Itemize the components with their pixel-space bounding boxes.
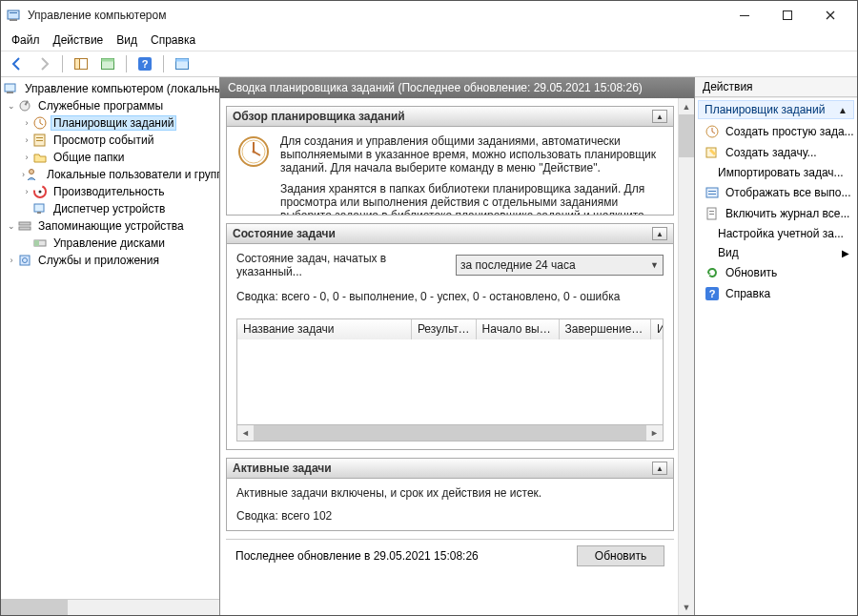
menu-file[interactable]: Файл — [6, 31, 46, 49]
tree-local-users[interactable]: ›Локальные пользователи и группы — [3, 166, 219, 183]
expand-icon[interactable]: › — [22, 170, 25, 179]
action-show-running[interactable]: Отображать все выпо... — [695, 182, 857, 203]
services-icon — [17, 253, 32, 268]
app-window: Управление компьютером Файл Действие Вид… — [0, 0, 858, 616]
action-create-task[interactable]: Создать задачу... — [695, 142, 857, 163]
col-result[interactable]: Результат... — [412, 319, 477, 339]
status-started-label: Состояние задач, начатых в указанный... — [236, 252, 446, 278]
status-table-header[interactable]: Название задачи Результат... Начало выпо… — [236, 318, 664, 339]
refresh-button[interactable]: Обновить — [577, 545, 664, 566]
overview-header[interactable]: Обзор планировщика заданий▲ — [227, 107, 673, 127]
back-button[interactable] — [7, 53, 28, 74]
tree-hscrollbar[interactable] — [1, 599, 219, 615]
footer-bar: Последнее обновление в 29.05.2021 15:08:… — [226, 539, 674, 572]
svg-rect-41 — [709, 211, 714, 212]
svg-point-21 — [30, 170, 34, 175]
expand-icon[interactable]: › — [22, 118, 31, 128]
enable-log-icon — [705, 206, 720, 221]
action-at-account[interactable]: Настройка учетной за... — [695, 224, 857, 243]
close-button[interactable] — [808, 1, 851, 30]
svg-rect-19 — [36, 137, 43, 138]
computer-mgmt-icon — [4, 81, 19, 96]
tree-task-scheduler[interactable]: ›Планировщик заданий — [3, 114, 219, 132]
expand-icon[interactable]: › — [22, 153, 31, 162]
action-view[interactable]: Вид▶ — [695, 243, 857, 262]
active-tasks-header[interactable]: Активные задачи▲ — [227, 459, 673, 479]
tree-storage[interactable]: ⌄Запоминающие устройства — [3, 217, 219, 235]
period-combobox[interactable]: за последние 24 часа▼ — [456, 255, 664, 276]
app-icon — [7, 8, 22, 23]
expand-icon[interactable]: › — [22, 135, 31, 145]
svg-rect-29 — [34, 240, 39, 246]
tree-disk-management[interactable]: Управление дисками — [3, 235, 219, 252]
menu-action[interactable]: Действие — [48, 31, 110, 49]
tree-performance[interactable]: ›Производительность — [3, 183, 219, 200]
shared-folders-icon — [32, 150, 48, 165]
toolbar-sep2 — [126, 55, 127, 72]
forward-button[interactable] — [33, 53, 54, 74]
scroll-down-icon[interactable]: ▼ — [679, 599, 694, 615]
status-table-hscroll[interactable]: ◄► — [236, 425, 664, 441]
expand-icon[interactable]: › — [22, 187, 31, 196]
show-hide-action-button[interactable] — [97, 53, 118, 74]
toolbar-sep3 — [163, 55, 164, 72]
status-table-body[interactable] — [236, 339, 664, 425]
svg-rect-2 — [10, 12, 17, 13]
chevron-right-icon: ▶ — [842, 248, 849, 258]
svg-rect-37 — [706, 188, 718, 197]
svg-rect-20 — [36, 140, 43, 141]
tree-shared-folders[interactable]: ›Общие папки — [3, 149, 219, 166]
tree-services-apps[interactable]: ›Службы и приложения — [3, 252, 219, 269]
action-enable-log[interactable]: Включить журнал все... — [695, 203, 857, 224]
menu-help[interactable]: Справка — [145, 31, 201, 49]
col-start[interactable]: Начало выпо... — [477, 319, 560, 339]
active-tasks-section: Активные задачи▲ Активные задачи включен… — [226, 458, 674, 531]
svg-point-34 — [253, 151, 255, 154]
collapse-icon[interactable]: ⌄ — [7, 101, 16, 111]
tree-device-manager[interactable]: Диспетчер устройств — [3, 200, 219, 217]
collapse-icon[interactable]: ⌄ — [7, 221, 16, 231]
minimize-button[interactable] — [723, 1, 766, 30]
tree-view[interactable]: Управление компьютером (локальным ⌄Служе… — [1, 77, 219, 599]
svg-rect-1 — [10, 19, 17, 21]
collapse-button[interactable]: ▲ — [652, 462, 667, 475]
task-status-header[interactable]: Состояние задачи▲ — [227, 224, 673, 244]
show-running-icon — [705, 185, 720, 200]
svg-rect-4 — [783, 11, 791, 20]
properties-button[interactable] — [172, 53, 193, 74]
disk-mgmt-icon — [32, 236, 48, 251]
menu-view[interactable]: Вид — [111, 31, 143, 49]
scroll-up-icon[interactable]: ▲ — [679, 98, 694, 114]
svg-rect-38 — [708, 191, 716, 192]
details-vscrollbar[interactable]: ▲ ▼ — [678, 98, 694, 615]
col-name[interactable]: Название задачи — [237, 319, 412, 339]
svg-rect-30 — [20, 256, 30, 265]
collapse-button[interactable]: ▲ — [652, 227, 667, 240]
action-import-task[interactable]: Импортировать задач... — [695, 163, 857, 182]
tree-system-tools[interactable]: ⌄Служебные программы — [3, 97, 219, 114]
window-title: Управление компьютером — [28, 9, 723, 22]
titlebar[interactable]: Управление компьютером — [1, 1, 857, 30]
tree-event-viewer[interactable]: ›Просмотр событий — [3, 132, 219, 149]
help-icon: ? — [705, 286, 720, 301]
svg-rect-6 — [75, 59, 80, 70]
svg-text:?: ? — [709, 288, 716, 299]
expand-icon[interactable]: › — [7, 256, 16, 265]
svg-rect-8 — [102, 59, 114, 62]
tree-root[interactable]: Управление компьютером (локальным — [3, 80, 219, 97]
navigation-pane: Управление компьютером (локальным ⌄Служе… — [1, 77, 220, 615]
actions-subheader[interactable]: Планировщик заданий▲ — [698, 100, 854, 119]
refresh-icon — [705, 265, 720, 280]
action-create-basic-task[interactable]: Создать простую зада... — [695, 121, 857, 142]
action-refresh[interactable]: Обновить — [695, 262, 857, 283]
collapse-icon[interactable]: ▲ — [838, 105, 848, 115]
col-i[interactable]: И — [651, 319, 663, 339]
help-button[interactable]: ? — [134, 53, 155, 74]
collapse-button[interactable]: ▲ — [652, 110, 667, 123]
svg-rect-39 — [708, 194, 716, 195]
action-help[interactable]: ?Справка — [695, 283, 857, 304]
maximize-button[interactable] — [766, 1, 808, 30]
col-end[interactable]: Завершение в... — [560, 319, 652, 339]
show-hide-tree-button[interactable] — [71, 53, 92, 74]
svg-rect-27 — [19, 227, 31, 230]
